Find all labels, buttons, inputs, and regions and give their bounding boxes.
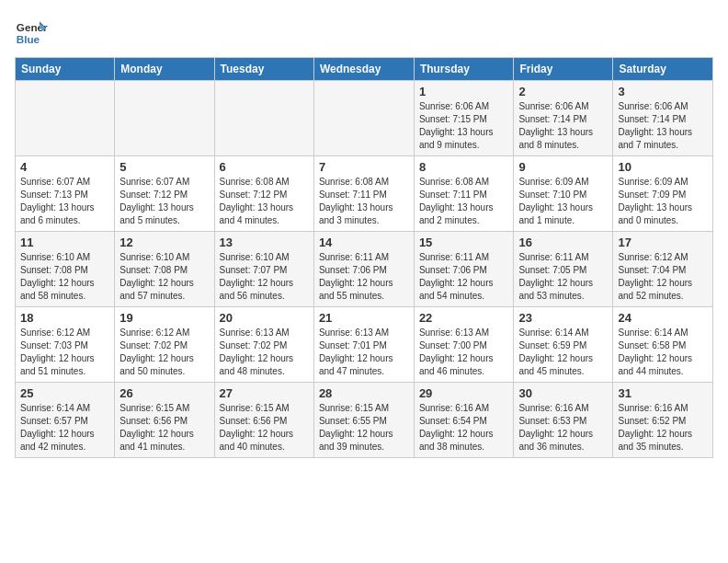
day-info: Sunrise: 6:06 AM Sunset: 7:14 PM Dayligh… — [518, 100, 608, 152]
calendar-cell — [16, 81, 115, 156]
calendar-cell: 13Sunrise: 6:10 AM Sunset: 7:07 PM Dayli… — [214, 232, 313, 307]
calendar-cell: 31Sunrise: 6:16 AM Sunset: 6:52 PM Dayli… — [613, 383, 713, 458]
week-row-4: 18Sunrise: 6:12 AM Sunset: 7:03 PM Dayli… — [16, 307, 713, 383]
day-number: 29 — [419, 386, 509, 400]
day-info: Sunrise: 6:16 AM Sunset: 6:52 PM Dayligh… — [618, 402, 708, 454]
day-number: 27 — [220, 386, 309, 400]
calendar-cell — [115, 81, 214, 156]
day-info: Sunrise: 6:09 AM Sunset: 7:10 PM Dayligh… — [518, 176, 608, 227]
day-info: Sunrise: 6:13 AM Sunset: 7:01 PM Dayligh… — [319, 327, 409, 378]
day-number: 13 — [220, 236, 309, 249]
week-row-3: 11Sunrise: 6:10 AM Sunset: 7:08 PM Dayli… — [16, 232, 713, 307]
calendar-cell: 4Sunrise: 6:07 AM Sunset: 7:13 PM Daylig… — [16, 156, 115, 232]
day-number: 17 — [618, 236, 708, 249]
day-number: 20 — [220, 311, 309, 325]
weekday-header-thursday: Thursday — [414, 58, 514, 81]
day-number: 11 — [20, 236, 109, 249]
calendar-cell: 17Sunrise: 6:12 AM Sunset: 7:04 PM Dayli… — [613, 232, 713, 307]
svg-text:Blue: Blue — [17, 33, 40, 45]
day-number: 19 — [119, 311, 209, 325]
weekday-header-friday: Friday — [514, 58, 613, 81]
day-info: Sunrise: 6:14 AM Sunset: 6:57 PM Dayligh… — [20, 402, 109, 454]
day-info: Sunrise: 6:07 AM Sunset: 7:13 PM Dayligh… — [20, 176, 109, 227]
weekday-header-row: SundayMondayTuesdayWednesdayThursdayFrid… — [16, 58, 713, 81]
week-row-1: 1Sunrise: 6:06 AM Sunset: 7:15 PM Daylig… — [16, 81, 713, 156]
day-info: Sunrise: 6:14 AM Sunset: 6:59 PM Dayligh… — [518, 327, 608, 378]
calendar-cell: 3Sunrise: 6:06 AM Sunset: 7:14 PM Daylig… — [613, 81, 713, 156]
calendar-cell: 1Sunrise: 6:06 AM Sunset: 7:15 PM Daylig… — [414, 81, 514, 156]
day-info: Sunrise: 6:08 AM Sunset: 7:11 PM Dayligh… — [419, 176, 509, 227]
week-row-2: 4Sunrise: 6:07 AM Sunset: 7:13 PM Daylig… — [16, 156, 713, 232]
day-info: Sunrise: 6:15 AM Sunset: 6:55 PM Dayligh… — [319, 402, 409, 454]
calendar-table: SundayMondayTuesdayWednesdayThursdayFrid… — [15, 57, 713, 458]
calendar-cell — [313, 81, 414, 156]
day-info: Sunrise: 6:13 AM Sunset: 7:00 PM Dayligh… — [419, 327, 509, 378]
day-number: 12 — [119, 236, 209, 249]
weekday-header-saturday: Saturday — [613, 58, 713, 81]
day-info: Sunrise: 6:06 AM Sunset: 7:14 PM Dayligh… — [618, 100, 708, 152]
calendar-cell: 10Sunrise: 6:09 AM Sunset: 7:09 PM Dayli… — [613, 156, 713, 232]
weekday-header-wednesday: Wednesday — [313, 58, 414, 81]
calendar-cell: 5Sunrise: 6:07 AM Sunset: 7:12 PM Daylig… — [115, 156, 214, 232]
calendar-cell: 16Sunrise: 6:11 AM Sunset: 7:05 PM Dayli… — [514, 232, 613, 307]
day-info: Sunrise: 6:08 AM Sunset: 7:12 PM Dayligh… — [220, 176, 309, 227]
day-info: Sunrise: 6:11 AM Sunset: 7:05 PM Dayligh… — [518, 251, 608, 303]
calendar-cell: 15Sunrise: 6:11 AM Sunset: 7:06 PM Dayli… — [414, 232, 514, 307]
day-info: Sunrise: 6:13 AM Sunset: 7:02 PM Dayligh… — [220, 327, 309, 378]
day-info: Sunrise: 6:14 AM Sunset: 6:58 PM Dayligh… — [618, 327, 708, 378]
day-info: Sunrise: 6:12 AM Sunset: 7:02 PM Dayligh… — [119, 327, 209, 378]
day-number: 18 — [20, 311, 109, 325]
day-info: Sunrise: 6:11 AM Sunset: 7:06 PM Dayligh… — [419, 251, 509, 303]
logo-icon: General Blue — [15, 15, 48, 48]
day-number: 10 — [618, 160, 708, 174]
calendar-cell: 6Sunrise: 6:08 AM Sunset: 7:12 PM Daylig… — [214, 156, 313, 232]
weekday-header-monday: Monday — [115, 58, 214, 81]
day-info: Sunrise: 6:12 AM Sunset: 7:03 PM Dayligh… — [20, 327, 109, 378]
day-number: 7 — [319, 160, 409, 174]
day-info: Sunrise: 6:10 AM Sunset: 7:07 PM Dayligh… — [220, 251, 309, 303]
day-number: 16 — [518, 236, 608, 249]
logo: General Blue — [15, 15, 48, 48]
calendar-cell: 25Sunrise: 6:14 AM Sunset: 6:57 PM Dayli… — [16, 383, 115, 458]
calendar-cell: 24Sunrise: 6:14 AM Sunset: 6:58 PM Dayli… — [613, 307, 713, 383]
calendar-cell: 28Sunrise: 6:15 AM Sunset: 6:55 PM Dayli… — [313, 383, 414, 458]
day-number: 24 — [618, 311, 708, 325]
day-info: Sunrise: 6:16 AM Sunset: 6:54 PM Dayligh… — [419, 402, 509, 454]
page-header: General Blue — [15, 15, 713, 48]
day-info: Sunrise: 6:11 AM Sunset: 7:06 PM Dayligh… — [319, 251, 409, 303]
week-row-5: 25Sunrise: 6:14 AM Sunset: 6:57 PM Dayli… — [16, 383, 713, 458]
calendar-cell: 30Sunrise: 6:16 AM Sunset: 6:53 PM Dayli… — [514, 383, 613, 458]
day-info: Sunrise: 6:08 AM Sunset: 7:11 PM Dayligh… — [319, 176, 409, 227]
calendar-cell: 9Sunrise: 6:09 AM Sunset: 7:10 PM Daylig… — [514, 156, 613, 232]
calendar-cell: 11Sunrise: 6:10 AM Sunset: 7:08 PM Dayli… — [16, 232, 115, 307]
calendar-cell: 20Sunrise: 6:13 AM Sunset: 7:02 PM Dayli… — [214, 307, 313, 383]
day-info: Sunrise: 6:15 AM Sunset: 6:56 PM Dayligh… — [119, 402, 209, 454]
day-number: 3 — [618, 85, 708, 98]
day-number: 30 — [518, 386, 608, 400]
day-number: 22 — [419, 311, 509, 325]
day-number: 15 — [419, 236, 509, 249]
day-number: 4 — [20, 160, 109, 174]
day-number: 9 — [518, 160, 608, 174]
day-info: Sunrise: 6:10 AM Sunset: 7:08 PM Dayligh… — [20, 251, 109, 303]
day-info: Sunrise: 6:15 AM Sunset: 6:56 PM Dayligh… — [220, 402, 309, 454]
weekday-header-sunday: Sunday — [16, 58, 115, 81]
calendar-cell: 23Sunrise: 6:14 AM Sunset: 6:59 PM Dayli… — [514, 307, 613, 383]
day-info: Sunrise: 6:07 AM Sunset: 7:12 PM Dayligh… — [119, 176, 209, 227]
day-number: 23 — [518, 311, 608, 325]
calendar-cell: 19Sunrise: 6:12 AM Sunset: 7:02 PM Dayli… — [115, 307, 214, 383]
day-info: Sunrise: 6:06 AM Sunset: 7:15 PM Dayligh… — [419, 100, 509, 152]
calendar-cell: 7Sunrise: 6:08 AM Sunset: 7:11 PM Daylig… — [313, 156, 414, 232]
day-info: Sunrise: 6:09 AM Sunset: 7:09 PM Dayligh… — [618, 176, 708, 227]
day-number: 26 — [119, 386, 209, 400]
day-info: Sunrise: 6:10 AM Sunset: 7:08 PM Dayligh… — [119, 251, 209, 303]
day-number: 28 — [319, 386, 409, 400]
calendar-cell: 2Sunrise: 6:06 AM Sunset: 7:14 PM Daylig… — [514, 81, 613, 156]
calendar-cell: 14Sunrise: 6:11 AM Sunset: 7:06 PM Dayli… — [313, 232, 414, 307]
calendar-cell — [214, 81, 313, 156]
day-number: 21 — [319, 311, 409, 325]
day-info: Sunrise: 6:12 AM Sunset: 7:04 PM Dayligh… — [618, 251, 708, 303]
calendar-cell: 12Sunrise: 6:10 AM Sunset: 7:08 PM Dayli… — [115, 232, 214, 307]
calendar-cell: 21Sunrise: 6:13 AM Sunset: 7:01 PM Dayli… — [313, 307, 414, 383]
day-info: Sunrise: 6:16 AM Sunset: 6:53 PM Dayligh… — [518, 402, 608, 454]
